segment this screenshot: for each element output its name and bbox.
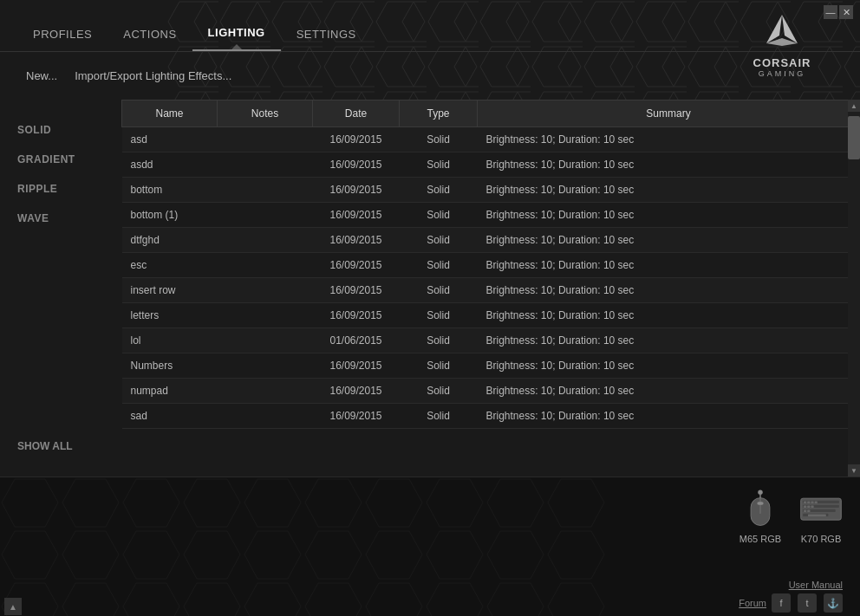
row-type: Solid [400,353,478,379]
twitter-icon[interactable]: t [798,593,817,613]
forum-link[interactable]: Forum [739,598,766,608]
row-summary: Brightness: 10; Duration: 10 sec [478,127,860,152]
table-row[interactable]: asdd 16/09/2015 Solid Brightness: 10; Du… [122,152,860,178]
table-row[interactable]: bottom (1) 16/09/2015 Solid Brightness: … [122,203,860,228]
nav-profiles[interactable]: PROFILES [17,19,108,51]
scroll-up-arrow[interactable]: ▲ [848,100,860,112]
row-name: letters [122,303,218,328]
col-header-name[interactable]: Name [122,101,218,127]
nav-lighting[interactable]: LIGHTING [192,17,281,51]
sidebar-item-ripple[interactable]: RIPPLE [0,176,121,202]
sidebar-show-all[interactable]: SHOW ALL [0,433,121,459]
table-row[interactable]: asd 16/09/2015 Solid Brightness: 10; Dur… [122,127,860,152]
table-row[interactable]: esc 16/09/2015 Solid Brightness: 10; Dur… [122,253,860,278]
sidebar-item-gradient[interactable]: GRADIENT [0,146,121,172]
row-name: asd [122,127,218,152]
row-date: 16/09/2015 [313,253,400,278]
svg-rect-15 [804,502,806,504]
row-notes [218,328,313,353]
row-type: Solid [400,379,478,404]
row-summary: Brightness: 10; Duration: 10 sec [478,203,860,228]
row-notes [218,303,313,328]
row-name: numpad [122,379,218,404]
row-type: Solid [400,228,478,253]
table-row[interactable]: dtfghd 16/09/2015 Solid Brightness: 10; … [122,228,860,253]
row-notes [218,353,313,379]
facebook-icon[interactable]: f [772,593,791,613]
row-date: 16/09/2015 [313,404,400,429]
lighting-table-container: Name Notes Date Type Summary asd 16/09/2… [121,100,860,477]
row-date: 01/06/2015 [313,328,400,353]
svg-rect-22 [804,510,806,513]
scroll-down-arrow[interactable]: ▼ [848,464,860,477]
row-summary: Brightness: 10; Duration: 10 sec [478,379,860,404]
bottom-bar: M65 RGB [0,477,860,616]
row-date: 16/09/2015 [313,228,400,253]
table-row[interactable]: bottom 16/09/2015 Solid Brightness: 10; … [122,178,860,203]
row-date: 16/09/2015 [313,178,400,203]
corsair-app-icon[interactable]: ⚓ [824,593,843,613]
user-manual-link[interactable]: User Manual [789,580,843,590]
sidebar-item-wave[interactable]: WAVE [0,205,121,231]
table-row[interactable]: numpad 16/09/2015 Solid Brightness: 10; … [122,379,860,404]
col-header-notes[interactable]: Notes [218,101,313,127]
row-date: 16/09/2015 [313,203,400,228]
row-type: Solid [400,203,478,228]
row-type: Solid [400,178,478,203]
sidebar-item-solid[interactable]: SOLID [0,117,121,143]
col-header-type[interactable]: Type [400,101,478,127]
row-summary: Brightness: 10; Duration: 10 sec [478,278,860,303]
scroll-thumb[interactable] [848,116,860,159]
row-summary: Brightness: 10; Duration: 10 sec [478,328,860,353]
m65rgb-label: M65 RGB [739,534,781,544]
row-summary: Brightness: 10; Duration: 10 sec [478,303,860,328]
table-scroll-area[interactable]: Name Notes Date Type Summary asd 16/09/2… [121,100,860,477]
svg-rect-24 [808,515,826,517]
minimize-button[interactable]: — [824,5,837,19]
row-notes [218,203,313,228]
close-button[interactable]: ✕ [839,5,853,19]
row-notes [218,127,313,152]
row-type: Solid [400,253,478,278]
nav-settings[interactable]: SETTINGS [281,19,372,51]
nav-actions[interactable]: ACTIONS [108,19,192,51]
svg-point-8 [758,490,762,495]
row-name: Numbers [122,353,218,379]
row-date: 16/09/2015 [313,379,400,404]
table-row[interactable]: lol 01/06/2015 Solid Brightness: 10; Dur… [122,328,860,353]
row-notes [218,152,313,178]
row-type: Solid [400,328,478,353]
row-name: sad [122,404,218,429]
table-scrollbar[interactable]: ▲ ▼ [848,100,860,477]
svg-rect-18 [815,502,818,504]
row-notes [218,278,313,303]
new-button[interactable]: New... [26,69,57,82]
svg-rect-20 [807,506,810,509]
table-row[interactable]: insert row 16/09/2015 Solid Brightness: … [122,278,860,303]
table-row[interactable]: Numbers 16/09/2015 Solid Brightness: 10;… [122,353,860,379]
import-export-button[interactable]: Import/Export Lighting Effects... [75,69,231,82]
row-name: esc [122,253,218,278]
table-row[interactable]: letters 16/09/2015 Solid Brightness: 10;… [122,303,860,328]
row-notes [218,228,313,253]
row-date: 16/09/2015 [313,152,400,178]
device-m65rgb[interactable]: M65 RGB [739,486,782,544]
collapse-button[interactable]: ▲ [4,598,22,615]
social-icons-area: f t ⚓ [772,593,843,613]
col-header-summary[interactable]: Summary [478,101,860,127]
row-notes [218,253,313,278]
svg-rect-4 [0,477,607,616]
device-k70rgb[interactable]: K70 RGB [799,486,843,544]
row-notes [218,404,313,429]
row-name: dtfghd [122,228,218,253]
table-row[interactable]: sad 16/09/2015 Solid Brightness: 10; Dur… [122,404,860,429]
row-notes [218,379,313,404]
corsair-logo-icon [756,4,808,56]
row-summary: Brightness: 10; Duration: 10 sec [478,404,860,429]
svg-rect-19 [804,506,806,509]
col-header-date[interactable]: Date [313,101,400,127]
row-summary: Brightness: 10; Duration: 10 sec [478,353,860,379]
row-name: asdd [122,152,218,178]
svg-rect-7 [757,502,763,505]
svg-rect-21 [811,506,813,509]
